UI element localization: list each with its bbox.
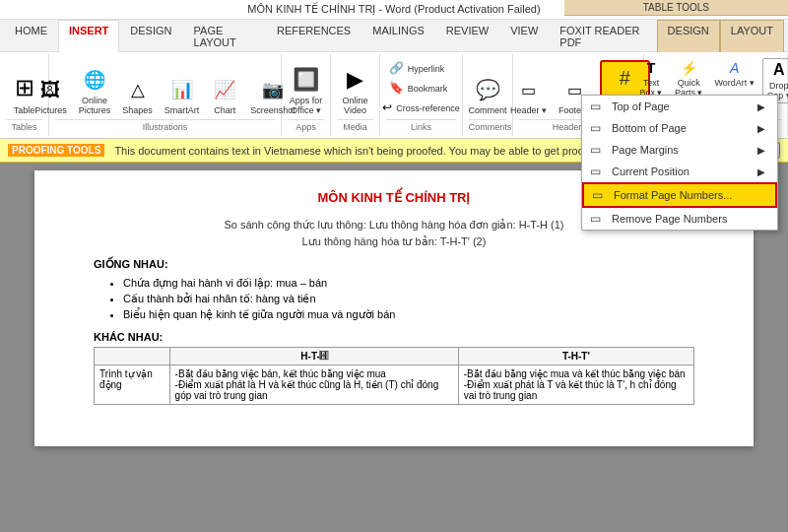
dropdown-top-of-page[interactable]: ▭ Top of Page ▶	[582, 96, 777, 117]
online-video-button[interactable]: ▶ OnlineVideo	[338, 64, 373, 117]
section2-heading: KHÁC NHAU:	[94, 331, 694, 343]
table-cell-tht: -Bắt đầu bằng việc mua và kết thúc bằng …	[458, 366, 693, 405]
table-cell-col1: Trình tự vận động	[95, 366, 170, 405]
comments-buttons: 💬 Comment	[465, 58, 511, 117]
ribbon-group-illustrations: 🖼 Pictures 🌐 OnlinePictures △ Shapes 📊 S…	[49, 54, 282, 136]
cross-reference-icon: ↩	[382, 100, 392, 114]
apps-icon: 🔲	[293, 66, 320, 94]
chart-icon: 📈	[211, 76, 238, 103]
apps-buttons: 🔲 Apps forOffice ▾	[286, 58, 327, 117]
smartart-button[interactable]: 📊 SmartArt	[161, 74, 204, 117]
quickparts-icon: ⚡	[681, 60, 697, 76]
hyperlink-label: Hyperlink	[408, 64, 445, 74]
tab-references[interactable]: REFERENCES	[266, 20, 361, 52]
table-add-button[interactable]: ⊞	[318, 347, 330, 363]
comment-label: Comment	[469, 105, 507, 115]
bottom-of-page-arrow: ▶	[757, 123, 765, 134]
ribbon-group-apps: 🔲 Apps forOffice ▾ Apps	[282, 54, 331, 136]
dropdown-format-page-numbers[interactable]: ▭ Format Page Numbers...	[582, 182, 777, 208]
links-buttons: 🔗 Hyperlink 🔖 Bookmark ↩ Cross-reference	[378, 58, 464, 117]
page-margins-label: Page Margins	[612, 144, 679, 156]
wordart-icon: A	[730, 60, 739, 76]
tab-table-layout[interactable]: LAYOUT	[720, 20, 784, 52]
apps-group-label: Apps	[288, 119, 324, 132]
bookmark-label: Bookmark	[408, 84, 448, 94]
dropcap-icon: A	[773, 61, 785, 79]
tab-page-layout[interactable]: PAGE LAYOUT	[183, 20, 267, 52]
dropdown-page-margins[interactable]: ▭ Page Margins ▶	[582, 139, 777, 161]
table-row: Trình tự vận động -Bắt đầu bằng việc bán…	[95, 366, 694, 405]
tab-design[interactable]: DESIGN	[119, 20, 182, 52]
chart-button[interactable]: 📈 Chart	[207, 74, 242, 117]
dropdown-current-position[interactable]: ▭ Current Position ▶	[582, 161, 777, 182]
smartart-icon: 📊	[168, 76, 196, 103]
pictures-label: Pictures	[34, 105, 67, 115]
table-cell-hth-text: -Bắt đầu bằng việc bán, kết thúc bằng vi…	[175, 368, 439, 401]
dropdown-remove-page-numbers[interactable]: ▭ Remove Page Numbers	[582, 208, 777, 230]
textbox-icon: T	[647, 60, 656, 76]
illustrations-group-label: Illustrations	[55, 119, 275, 132]
hyperlink-button[interactable]: 🔗 Hyperlink	[385, 59, 464, 77]
bottom-of-page-icon: ▭	[590, 121, 606, 135]
illustrations-buttons: 🖼 Pictures 🌐 OnlinePictures △ Shapes 📊 S…	[31, 58, 299, 117]
current-position-label: Current Position	[612, 166, 690, 177]
chart-label: Chart	[214, 105, 235, 115]
comment-icon: 💬	[474, 76, 501, 103]
bottom-of-page-label: Bottom of Page	[612, 122, 687, 134]
shapes-icon: △	[124, 76, 152, 103]
header-button[interactable]: ▭ Header ▾	[506, 74, 551, 117]
links-group-label: Links	[386, 119, 456, 132]
table-tools-label: TABLE TOOLS	[564, 0, 788, 16]
section1-list: Chứa đựng hai hành vi đối lập: mua – bán…	[123, 277, 694, 321]
pictures-icon: 🖼	[36, 76, 64, 103]
dropdown-bottom-of-page[interactable]: ▭ Bottom of Page ▶	[582, 117, 777, 139]
bookmark-button[interactable]: 🔖 Bookmark	[385, 79, 464, 97]
proofing-tools-label: PROOFING TOOLS	[8, 144, 104, 157]
table-header-col1	[95, 348, 170, 366]
tab-review[interactable]: REVIEW	[435, 20, 499, 52]
apps-label: Apps forOffice ▾	[290, 96, 323, 115]
cross-reference-label: Cross-reference	[396, 103, 460, 113]
cross-reference-button[interactable]: ↩ Cross-reference	[378, 99, 464, 116]
header-label: Header ▾	[510, 105, 547, 115]
shapes-label: Shapes	[122, 105, 153, 115]
top-of-page-label: Top of Page	[612, 100, 670, 112]
dropdown-menu: ▭ Top of Page ▶ ▭ Bottom of Page ▶ ▭ Pag…	[581, 95, 778, 231]
section1-heading: GIỐNG NHAU:	[94, 258, 694, 271]
media-buttons: ▶ OnlineVideo	[338, 58, 373, 117]
title-bar: MÔN KINH TẾ CHÍNH TRỊ - Word (Product Ac…	[0, 0, 788, 20]
top-of-page-icon: ▭	[590, 100, 606, 113]
tables-group-label: Tables	[6, 119, 42, 132]
online-pictures-icon: 🌐	[81, 66, 108, 94]
online-pictures-label: OnlinePictures	[79, 96, 111, 115]
tab-table-design[interactable]: DESIGN	[657, 20, 720, 52]
media-group-label: Media	[337, 119, 373, 132]
top-of-page-arrow: ▶	[757, 101, 765, 112]
hyperlink-icon: 🔗	[389, 61, 404, 75]
online-video-label: OnlineVideo	[343, 96, 368, 115]
table-header-tht: T-H-T'	[458, 348, 693, 366]
tab-foxit[interactable]: FOXIT READER PDF	[549, 20, 656, 52]
apps-office-button[interactable]: 🔲 Apps forOffice ▾	[286, 64, 327, 117]
tab-view[interactable]: VIEW	[499, 20, 549, 52]
list-item-1: Chứa đựng hai hành vi đối lập: mua – bán	[123, 277, 694, 290]
header-icon: ▭	[515, 76, 543, 103]
page-number-dropdown: ▭ Top of Page ▶ ▭ Bottom of Page ▶ ▭ Pag…	[581, 95, 778, 231]
remove-page-numbers-icon: ▭	[590, 212, 606, 226]
list-item-2: Cấu thành bởi hai nhân tố: hàng và tiền	[123, 293, 694, 305]
tab-home[interactable]: HOME	[4, 20, 58, 52]
format-page-numbers-label: Format Page Numbers...	[614, 189, 732, 201]
page-margins-icon: ▭	[590, 143, 606, 157]
table-cell-hth: -Bắt đầu bằng việc bán, kết thúc bằng vi…	[169, 366, 458, 405]
tab-insert[interactable]: INSERT	[58, 20, 119, 52]
table-cell-tht-text: -Bắt đầu bằng việc mua và kết thúc bằng …	[464, 368, 686, 401]
table-header-hth: H-T-H	[169, 348, 458, 366]
wordart-label: WordArt ▾	[714, 78, 754, 88]
table-container: ⊞ H-T-H T-H-T' Trình tự vận động	[94, 347, 694, 405]
ribbon-tabs: HOME INSERT DESIGN PAGE LAYOUT REFERENCE…	[0, 20, 788, 52]
tab-mailings[interactable]: MAILINGS	[361, 20, 435, 52]
comment-button[interactable]: 💬 Comment	[465, 74, 511, 117]
pictures-button[interactable]: 🖼 Pictures	[31, 74, 71, 117]
online-pictures-button[interactable]: 🌐 OnlinePictures	[75, 64, 115, 117]
shapes-button[interactable]: △ Shapes	[118, 74, 157, 117]
